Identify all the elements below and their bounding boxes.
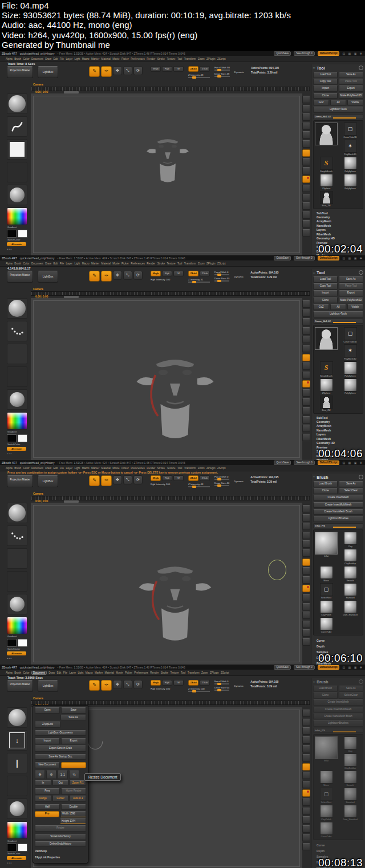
move-icon[interactable] xyxy=(302,220,310,227)
menu-item[interactable]: Draw xyxy=(45,467,51,470)
see-through-slider[interactable]: See-through 0 xyxy=(294,665,315,670)
copy-tool-button[interactable]: Copy Tool xyxy=(313,283,338,290)
z-intensity-slider[interactable]: Z Intensity 100 xyxy=(188,687,210,690)
clone-button[interactable]: Clone xyxy=(313,488,338,494)
tool-quickpick-slider[interactable]: Demo_Sk1.02 xyxy=(313,319,363,324)
tool-subpalette-header[interactable]: Geometry HD xyxy=(313,441,363,445)
menu-item[interactable]: Movie xyxy=(116,671,123,674)
quicksave-button[interactable]: QuickSave xyxy=(274,51,291,56)
menu-item[interactable]: Marker xyxy=(95,671,103,674)
current-stroke-thumbnail[interactable] xyxy=(7,116,27,137)
mrgb-button[interactable]: Mrgb xyxy=(151,66,161,72)
paintstop-menu-item[interactable]: PaintStop xyxy=(35,849,86,854)
double-button[interactable]: Double xyxy=(61,804,86,810)
draw-size-slider[interactable]: Draw Size 64 xyxy=(214,686,229,689)
draw-size-track[interactable] xyxy=(214,280,229,282)
ghost-icon[interactable] xyxy=(302,603,310,610)
zapplink-button[interactable]: ZAppLink xyxy=(35,722,60,728)
rgb-button[interactable]: Rgb xyxy=(162,66,172,72)
bpr-icon[interactable] xyxy=(302,300,310,308)
width-slider[interactable]: Width 1598 xyxy=(60,811,86,817)
brush-quickpick-slider[interactable]: Inflat_PS xyxy=(313,728,363,733)
transp-icon[interactable] xyxy=(302,798,310,806)
color-picker[interactable] xyxy=(7,617,27,634)
draw-size-track[interactable] xyxy=(214,485,229,486)
draw-size-slider[interactable]: Draw Size 40 xyxy=(214,277,229,280)
brush-item-selectrect[interactable]: ▢SelectRect xyxy=(315,583,338,599)
make-polymesh3d-button[interactable]: Make PolyMesh3D xyxy=(339,93,363,99)
create-nanomesh-brush-button[interactable]: Create NanoMesh Brush xyxy=(313,509,363,515)
focal-shift-slider[interactable]: Focal Shift 0 xyxy=(214,271,229,274)
tool-quickpick-slider[interactable]: Demo_Sk1.02 xyxy=(313,114,363,119)
brush-subpalette-header[interactable]: Curve xyxy=(313,842,363,848)
draw-size-track[interactable] xyxy=(214,690,229,691)
current-material-thumbnail[interactable] xyxy=(7,389,27,410)
palette-menu-icon[interactable] xyxy=(359,679,363,684)
menu-item[interactable]: Material xyxy=(105,671,114,674)
menu-item[interactable]: Edit xyxy=(53,58,58,60)
color-picker[interactable] xyxy=(7,821,27,839)
scale-icon[interactable] xyxy=(302,843,310,850)
brush-item-claypolish[interactable]: ClayPolish xyxy=(315,600,338,616)
menu-item[interactable]: File xyxy=(60,58,64,60)
menu-item[interactable]: Alpha xyxy=(6,262,13,265)
create-insertmultimesh-button[interactable]: Create InsertMultiMesh xyxy=(313,502,363,508)
zoom-icon[interactable]: ⊕ xyxy=(46,771,56,779)
current-alpha-thumbnail[interactable]: | xyxy=(7,753,27,773)
menu-item[interactable]: Zoom xyxy=(201,671,208,674)
lightbox-button[interactable]: LightBox xyxy=(38,66,58,78)
solo-icon[interactable] xyxy=(302,380,310,388)
sculpt-canvas[interactable] xyxy=(31,93,302,255)
menu-item[interactable]: Light xyxy=(74,58,80,60)
sculpt-canvas[interactable] xyxy=(31,503,302,665)
scale-button[interactable]: ⤡ xyxy=(123,475,132,484)
menu-item[interactable]: Layer xyxy=(69,671,76,674)
gradient-label[interactable]: Gradient xyxy=(7,635,30,638)
selectclear-button[interactable]: SelectClear xyxy=(339,488,363,494)
range-button[interactable]: Range xyxy=(35,796,51,802)
lightbox-tools-button[interactable]: Lightbox>Tools xyxy=(313,311,363,317)
m-button[interactable]: M xyxy=(173,271,184,276)
menu-item[interactable]: Preferences xyxy=(131,262,145,265)
alternate-button[interactable]: Alternate xyxy=(7,242,26,246)
actual-icon[interactable] xyxy=(302,123,310,130)
draw-button[interactable]: ✑ xyxy=(101,475,112,486)
move-icon[interactable] xyxy=(302,834,310,841)
persp-icon[interactable] xyxy=(302,754,310,761)
draw-size-track[interactable] xyxy=(214,76,230,77)
scale-icon[interactable] xyxy=(302,229,310,237)
scroll-icon[interactable] xyxy=(302,105,310,112)
aahalf-icon[interactable] xyxy=(302,336,310,343)
floor-icon[interactable] xyxy=(302,354,310,361)
center-button[interactable]: Center xyxy=(52,796,69,802)
menu-item[interactable]: Brush xyxy=(14,262,21,265)
main-color-swatch[interactable] xyxy=(7,434,17,442)
scale-icon[interactable] xyxy=(302,434,310,441)
solo-icon[interactable] xyxy=(302,176,310,183)
current-texture-thumbnail[interactable] xyxy=(7,366,27,387)
lsym-icon[interactable] xyxy=(302,372,310,379)
focal-shift-track[interactable] xyxy=(214,274,229,275)
menu-item[interactable]: Movie xyxy=(112,467,119,470)
brush-item-damstandard[interactable]: Dam_Standard xyxy=(339,600,362,616)
tool-subpalette-header[interactable]: Layers xyxy=(313,433,363,437)
brush-item-standard[interactable]: Standard xyxy=(339,583,362,599)
menu-item[interactable]: Preferences xyxy=(134,671,148,674)
menu-item[interactable]: Layer xyxy=(66,467,72,470)
menu-item[interactable]: Zoom xyxy=(198,467,205,470)
current-stroke-thumbnail[interactable] xyxy=(7,525,27,546)
tool-subpalette-header[interactable]: SubTool xyxy=(313,211,363,215)
menu-item[interactable]: Preferences xyxy=(131,58,145,60)
zoom-out-button[interactable]: Out xyxy=(52,780,69,787)
delete-undo-history-button[interactable]: DeleteUndoHistory xyxy=(35,841,86,847)
tool-item-bust-selected[interactable] xyxy=(315,327,338,360)
draw-size-slider[interactable]: Draw Size 40 xyxy=(214,482,229,484)
lsym-icon[interactable] xyxy=(302,781,310,788)
menu-item[interactable]: Draw xyxy=(45,58,51,60)
menu-item[interactable]: Marker xyxy=(91,467,99,470)
load-brush-button[interactable]: Load Brush xyxy=(313,686,338,692)
scale-button[interactable]: ⤡ xyxy=(123,271,132,280)
zsub-button[interactable]: ZSub xyxy=(200,475,210,481)
zadd-button[interactable]: ZAdd xyxy=(188,271,198,276)
aahalf-icon[interactable]: ½ xyxy=(69,771,79,779)
